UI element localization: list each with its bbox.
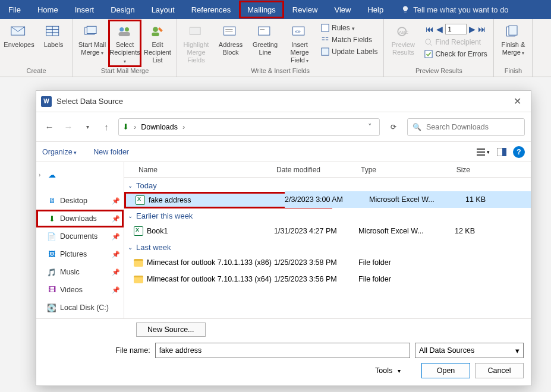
file-name-label: File name: bbox=[115, 346, 150, 355]
group-header-today[interactable]: ⌄ Today bbox=[124, 178, 531, 192]
ribbon-group-preview: ABC Preview Results ⏮ ◀ ▶ ⏭ Find Recipie… bbox=[384, 19, 494, 77]
tab-home[interactable]: Home bbox=[29, 0, 67, 19]
group-header-earlier[interactable]: ⌄ Earlier this week bbox=[124, 208, 531, 223]
tab-references[interactable]: References bbox=[183, 0, 239, 19]
nav-history-dropdown[interactable]: ▾ bbox=[80, 124, 95, 130]
search-box[interactable]: 🔍 bbox=[407, 118, 525, 136]
new-source-button[interactable]: New Source... bbox=[136, 323, 206, 337]
file-type: File folder bbox=[358, 275, 430, 283]
labels-button[interactable]: Labels bbox=[37, 21, 70, 49]
greeting-line-button[interactable]: Greeting Line bbox=[248, 21, 282, 56]
ribbon-group-start-mail-merge: Start Mail Merge Select Recipients Edit … bbox=[73, 19, 177, 77]
select-recipients-button[interactable]: Select Recipients bbox=[108, 20, 141, 67]
tell-me-search[interactable]: Tell me what you want to do bbox=[392, 0, 508, 19]
refresh-button[interactable]: ⟳ bbox=[385, 123, 402, 131]
file-row-book1[interactable]: Book1 1/31/2023 4:27 PM Microsoft Excel … bbox=[124, 223, 531, 239]
open-button[interactable]: Open bbox=[421, 363, 470, 378]
nav-pictures[interactable]: 🖼 Pictures 📌 bbox=[36, 245, 124, 263]
breadcrumb-bar[interactable]: ⬇ Downloads ˅ bbox=[118, 118, 380, 136]
dialog-close-button[interactable]: ✕ bbox=[508, 96, 526, 107]
nav-downloads-label: Downloads bbox=[60, 214, 97, 223]
tab-mailings[interactable]: Mailings bbox=[239, 1, 284, 18]
tab-help[interactable]: Help bbox=[359, 0, 392, 19]
preview-results-label: Preview Results bbox=[388, 41, 418, 56]
svg-text:ABC: ABC bbox=[399, 30, 408, 35]
edit-list-icon bbox=[148, 23, 167, 40]
file-row-mimecast-x86[interactable]: Mimecast for outlook 7.10.1.133 (x86) 1/… bbox=[124, 254, 531, 271]
nav-videos[interactable]: 🎞 Videos 📌 bbox=[36, 281, 124, 299]
help-button[interactable]: ? bbox=[513, 146, 525, 158]
chevron-down-icon: ⌄ bbox=[128, 182, 133, 189]
group-header-lastweek[interactable]: ⌄ Last week bbox=[124, 239, 531, 254]
nav-onedrive[interactable]: › ☁ bbox=[36, 166, 124, 184]
insert-merge-field-label: Insert Merge Field bbox=[284, 41, 315, 65]
finish-merge-button[interactable]: Finish & Merge bbox=[496, 21, 530, 57]
ribbon-group-create-label: Create bbox=[2, 66, 70, 77]
nav-documents-label: Documents bbox=[60, 232, 97, 241]
record-number-input[interactable] bbox=[445, 24, 467, 34]
highlight-merge-fields-button: Highlight Merge Fields bbox=[180, 21, 213, 64]
nav-documents[interactable]: 📄 Documents 📌 bbox=[36, 227, 124, 245]
pictures-icon: 🖼 bbox=[47, 249, 56, 259]
address-block-button[interactable]: Address Block bbox=[214, 21, 247, 56]
edit-recipient-list-button[interactable]: Edit Recipient List bbox=[141, 21, 174, 64]
col-date[interactable]: Date modified bbox=[273, 166, 357, 174]
tab-insert[interactable]: Insert bbox=[67, 0, 103, 19]
col-type[interactable]: Type bbox=[357, 166, 429, 174]
documents-icon: 📄 bbox=[47, 232, 56, 241]
svg-rect-12 bbox=[190, 27, 201, 34]
pane-icon bbox=[497, 148, 506, 156]
nav-up-button[interactable]: ↑ bbox=[99, 122, 114, 132]
greeting-line-label: Greeting Line bbox=[250, 41, 281, 56]
col-name[interactable]: Name bbox=[124, 166, 273, 174]
file-list: Name Date modified Type Size ⌄ Today fak… bbox=[124, 162, 531, 318]
prev-record-button[interactable]: ◀ bbox=[436, 24, 443, 34]
col-size[interactable]: Size bbox=[429, 166, 474, 174]
select-data-source-dialog: W Select Data Source ✕ ← → ▾ ↑ ⬇ Downloa… bbox=[36, 90, 531, 386]
rules-button[interactable]: Rules bbox=[320, 23, 379, 33]
download-arrow-icon: ⬇ bbox=[122, 122, 129, 131]
first-record-button[interactable]: ⏮ bbox=[426, 24, 434, 34]
breadcrumb-downloads[interactable]: Downloads bbox=[141, 123, 178, 131]
finish-merge-icon bbox=[503, 23, 522, 40]
tab-review[interactable]: Review bbox=[284, 0, 326, 19]
file-row-mimecast-x64[interactable]: Mimecast for outlook 7.10.1.133 (x64) 1/… bbox=[124, 271, 531, 287]
dialog-titlebar: W Select Data Source ✕ bbox=[36, 91, 531, 112]
search-input[interactable] bbox=[426, 123, 519, 131]
group-today-label: Today bbox=[136, 181, 157, 190]
nav-local-disk[interactable]: 💽 Local Disk (C:) bbox=[36, 299, 124, 317]
file-type: Microsoft Excel W... bbox=[369, 195, 440, 204]
match-fields-button[interactable]: Match Fields bbox=[320, 34, 379, 45]
tab-design[interactable]: Design bbox=[102, 0, 143, 19]
dialog-body: › ☁ 🖥 Desktop 📌 ⬇ Downloads 📌 📄 Document… bbox=[36, 162, 531, 318]
new-folder-button[interactable]: New folder bbox=[93, 148, 129, 156]
recipients-icon bbox=[115, 23, 134, 40]
address-block-label: Address Block bbox=[215, 41, 246, 56]
file-name-input[interactable] bbox=[155, 343, 410, 358]
tab-view[interactable]: View bbox=[326, 0, 359, 19]
cancel-button[interactable]: Cancel bbox=[475, 363, 524, 378]
tools-button[interactable]: Tools bbox=[375, 366, 401, 375]
update-labels-button[interactable]: Update Labels bbox=[320, 46, 379, 57]
tab-file[interactable]: File bbox=[0, 0, 29, 19]
tab-layout[interactable]: Layout bbox=[143, 0, 183, 19]
nav-downloads[interactable]: ⬇ Downloads 📌 bbox=[36, 210, 124, 227]
nav-desktop-label: Desktop bbox=[60, 197, 87, 205]
nav-desktop[interactable]: 🖥 Desktop 📌 bbox=[36, 192, 124, 210]
nav-back-button[interactable]: ← bbox=[42, 122, 56, 132]
organize-button[interactable]: Organize bbox=[42, 148, 77, 156]
preview-pane-button[interactable] bbox=[494, 146, 509, 159]
cloud-icon: ☁ bbox=[47, 170, 56, 179]
envelopes-button[interactable]: Envelopes bbox=[2, 21, 36, 49]
next-record-button[interactable]: ▶ bbox=[469, 24, 476, 34]
check-errors-button[interactable]: Check for Errors bbox=[423, 49, 489, 59]
start-mail-merge-button[interactable]: Start Mail Merge bbox=[75, 21, 109, 57]
labels-label: Labels bbox=[44, 41, 63, 49]
rules-icon bbox=[321, 24, 329, 32]
insert-merge-field-button[interactable]: «» Insert Merge Field bbox=[283, 21, 316, 65]
file-type-filter[interactable]: All Data Sources ▾ bbox=[415, 343, 524, 358]
breadcrumb-dropdown[interactable]: ˅ bbox=[368, 122, 372, 131]
view-options-button[interactable]: ▾ bbox=[475, 146, 490, 159]
last-record-button[interactable]: ⏭ bbox=[478, 24, 486, 34]
nav-music[interactable]: 🎵 Music 📌 bbox=[36, 263, 124, 281]
